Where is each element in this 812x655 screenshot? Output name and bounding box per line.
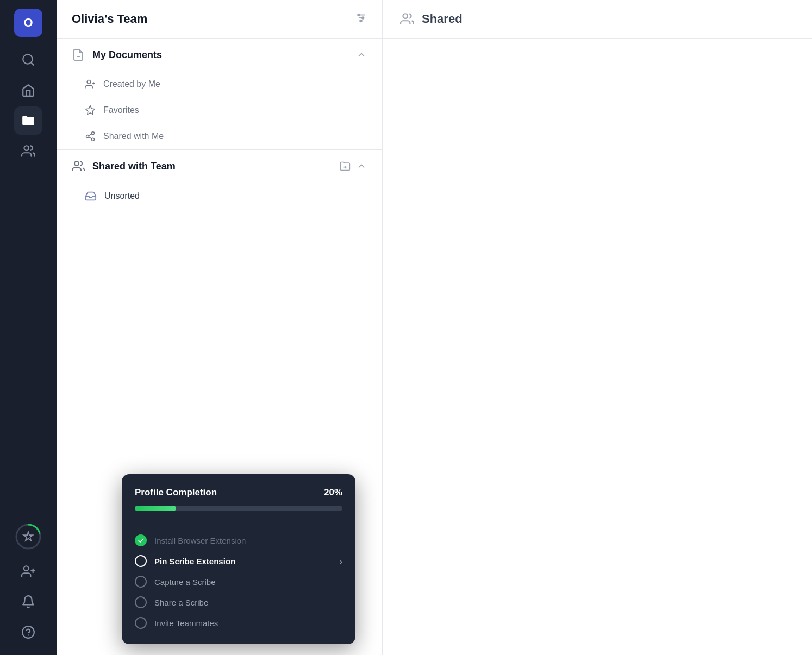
svg-point-21 <box>92 138 95 141</box>
svg-point-27 <box>403 14 408 18</box>
nav-item-favorites[interactable]: Favorites <box>57 97 382 123</box>
add-folder-icon[interactable] <box>340 161 351 172</box>
created-by-me-label: Created by Me <box>103 79 160 89</box>
pin-extension-label: Pin Scribe Extension <box>154 557 235 566</box>
ai-icon <box>22 531 34 543</box>
share-icon <box>85 131 96 142</box>
sidebar-item-bell[interactable] <box>14 588 42 616</box>
shared-with-team-title: Shared with Team <box>92 161 176 172</box>
svg-point-2 <box>24 146 29 150</box>
person-icon <box>85 79 96 90</box>
check-gray-icon-1 <box>135 576 147 588</box>
popup-item-share-scribe[interactable]: Share a Scribe <box>135 592 342 613</box>
svg-point-5 <box>24 566 29 571</box>
sidebar-item-ai[interactable] <box>14 522 42 551</box>
check-filled-icon <box>135 534 147 546</box>
main-header-title: Shared <box>422 12 463 26</box>
check-gray-icon-2 <box>135 596 147 608</box>
popup-header: Profile Completion 20% <box>135 487 342 498</box>
unsorted-label: Unsorted <box>104 191 140 201</box>
svg-line-22 <box>89 137 92 138</box>
popup-item-capture-scribe[interactable]: Capture a Scribe <box>135 571 342 592</box>
svg-point-19 <box>92 132 95 135</box>
my-documents-section: My Documents Created by Me Favorites <box>57 39 382 150</box>
sidebar-item-search[interactable] <box>14 46 42 74</box>
main-content: Shared <box>383 0 812 655</box>
sidebar: Olivia's Team My Documents <box>57 0 383 655</box>
svg-line-1 <box>31 62 34 65</box>
svg-point-20 <box>86 135 89 138</box>
main-header: Shared <box>383 0 812 39</box>
shared-with-me-label: Shared with Me <box>103 131 164 141</box>
nav-item-shared-with-me[interactable]: Shared with Me <box>57 123 382 149</box>
popup-item-install-extension[interactable]: Install Browser Extension <box>135 530 342 551</box>
popup-percent: 20% <box>324 487 342 498</box>
favorites-label: Favorites <box>103 105 139 115</box>
sidebar-title: Olivia's Team <box>72 12 147 26</box>
nav-bottom <box>14 557 42 646</box>
inbox-icon <box>85 190 97 202</box>
arrow-right-icon: › <box>340 557 342 566</box>
popup-item-invite-teammates[interactable]: Invite Teammates <box>135 613 342 633</box>
popup-item-pin-extension[interactable]: Pin Scribe Extension › <box>135 551 342 571</box>
svg-point-14 <box>362 17 364 19</box>
progress-bar-background <box>135 506 342 511</box>
install-extension-label: Install Browser Extension <box>154 536 246 545</box>
popup-divider <box>135 521 342 521</box>
profile-completion-popup: Profile Completion 20% Install Browser E… <box>122 474 355 644</box>
filter-icon[interactable] <box>355 12 367 26</box>
svg-line-23 <box>89 134 92 135</box>
shared-with-team-header[interactable]: Shared with Team <box>57 150 382 182</box>
svg-point-17 <box>87 80 91 84</box>
svg-marker-18 <box>86 106 95 115</box>
my-documents-header[interactable]: My Documents <box>57 39 382 71</box>
chevron-up-icon <box>356 49 367 60</box>
nav-rail: O <box>0 0 57 655</box>
avatar[interactable]: O <box>14 9 42 37</box>
share-scribe-label: Share a Scribe <box>154 598 208 607</box>
my-documents-title: My Documents <box>92 49 162 61</box>
progress-bar-fill <box>135 506 176 511</box>
documents-icon <box>72 48 85 61</box>
shared-icon <box>400 12 414 26</box>
check-empty-icon <box>135 555 147 567</box>
nav-item-created-by-me[interactable]: Created by Me <box>57 71 382 97</box>
svg-point-13 <box>358 14 360 16</box>
popup-title: Profile Completion <box>135 487 217 498</box>
svg-point-24 <box>74 161 79 166</box>
sidebar-item-help[interactable] <box>14 618 42 646</box>
capture-scribe-label: Capture a Scribe <box>154 577 216 587</box>
sidebar-item-documents[interactable] <box>14 106 42 135</box>
sidebar-item-home[interactable] <box>14 76 42 104</box>
star-icon <box>85 105 96 116</box>
shared-with-team-section: Shared with Team Unsorted <box>57 150 382 210</box>
svg-point-15 <box>360 20 362 22</box>
nav-item-unsorted[interactable]: Unsorted <box>57 182 382 210</box>
chevron-up-2-icon <box>356 161 367 172</box>
invite-teammates-label: Invite Teammates <box>154 619 218 628</box>
sidebar-item-team[interactable] <box>14 137 42 165</box>
check-gray-icon-3 <box>135 617 147 629</box>
team-icon <box>72 160 85 173</box>
sidebar-item-add-user[interactable] <box>14 557 42 585</box>
sidebar-header: Olivia's Team <box>57 0 382 39</box>
